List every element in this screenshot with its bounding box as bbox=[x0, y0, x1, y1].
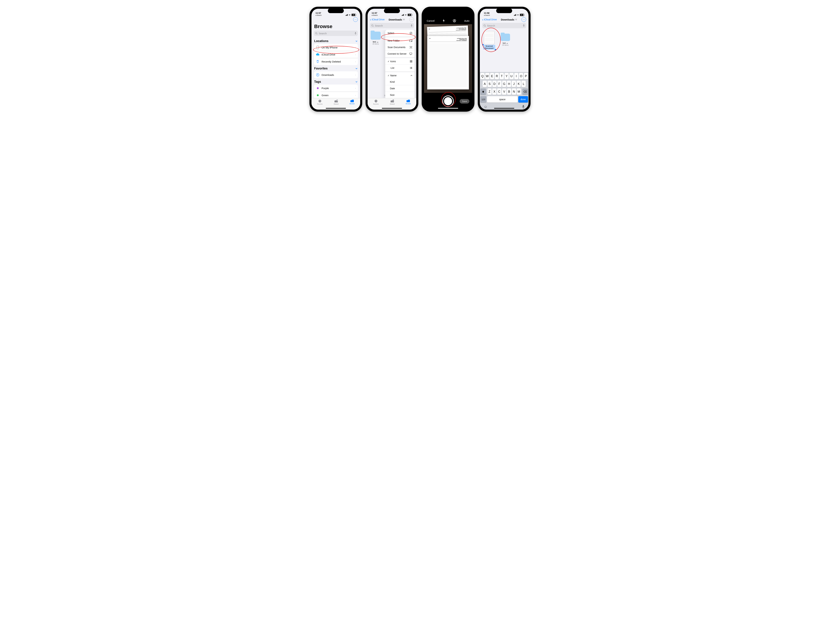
search-input[interactable]: Search bbox=[314, 30, 358, 36]
download-icon bbox=[316, 73, 320, 77]
home-indicator[interactable] bbox=[382, 108, 402, 109]
list-icon bbox=[410, 67, 412, 69]
key-d[interactable]: D bbox=[493, 81, 497, 87]
iphone-icon bbox=[316, 46, 320, 49]
locations-header[interactable]: Locations bbox=[314, 38, 358, 44]
key-h[interactable]: H bbox=[507, 81, 511, 87]
context-menu: Select New Folder Scan Documents Connect… bbox=[385, 30, 415, 98]
svg-point-20 bbox=[410, 68, 410, 68]
more-button[interactable]: ⋯ bbox=[521, 17, 526, 22]
key-n[interactable]: N bbox=[512, 88, 516, 95]
cancel-button[interactable]: Cancel bbox=[427, 19, 434, 22]
menu-icons[interactable]: ✓ Icons bbox=[385, 58, 415, 65]
key-c[interactable]: C bbox=[497, 88, 501, 95]
tab-shared[interactable]: Shared bbox=[334, 99, 339, 105]
menu-sort-size[interactable]: Size bbox=[385, 92, 415, 98]
back-button[interactable]: ‹iCloud Drive bbox=[370, 17, 385, 22]
key-e[interactable]: E bbox=[490, 73, 494, 79]
folder-item[interactable]: test ☁︎ 26 items bbox=[499, 31, 511, 46]
phone-scan-camera: Cancel Auto MT AUTOMATIC ROLLOVER TRADIT… bbox=[422, 7, 474, 111]
home-indicator[interactable] bbox=[494, 108, 514, 109]
folder-item[interactable]: test ☁︎ 26 items bbox=[371, 32, 381, 45]
menu-new-folder[interactable]: New Folder bbox=[385, 38, 415, 44]
key-t[interactable]: T bbox=[500, 73, 504, 79]
camera-view: MT AUTOMATIC ROLLOVER TRADITIONAL IRA CU… bbox=[424, 24, 472, 93]
home-indicator[interactable] bbox=[438, 108, 458, 109]
more-button[interactable]: ⋯ bbox=[353, 17, 358, 22]
folder-title[interactable]: Downloads bbox=[388, 18, 405, 21]
key-l[interactable]: L bbox=[521, 81, 526, 87]
location-on-my-iphone[interactable]: On My iPhone› bbox=[314, 44, 358, 51]
key-j[interactable]: J bbox=[512, 81, 516, 87]
done-key[interactable]: done bbox=[518, 96, 528, 103]
filter-icon[interactable] bbox=[453, 19, 456, 22]
save-button[interactable]: Save bbox=[460, 99, 469, 103]
tab-browse[interactable]: Browse bbox=[406, 99, 411, 105]
location-recently-deleted[interactable]: Recently Deleted› bbox=[314, 58, 358, 65]
shift-key[interactable] bbox=[480, 88, 486, 95]
key-s[interactable]: S bbox=[488, 81, 492, 87]
menu-sort-kind[interactable]: Kind bbox=[385, 79, 415, 85]
key-x[interactable]: X bbox=[492, 88, 496, 95]
key-q[interactable]: Q bbox=[480, 73, 485, 79]
shutter-button[interactable] bbox=[442, 95, 454, 107]
emoji-key[interactable]: ☺ bbox=[484, 105, 487, 109]
file-scanned-document[interactable]: Scanned Document bbox=[483, 31, 495, 49]
tag-purple[interactable]: Purple› bbox=[314, 84, 358, 92]
filename-input[interactable]: Scanned Document bbox=[483, 45, 495, 49]
trash-icon bbox=[316, 60, 320, 64]
menu-sort-name[interactable]: ✓ Name bbox=[385, 72, 415, 79]
more-button[interactable]: ⋯ bbox=[409, 17, 414, 22]
folder-title[interactable]: Downloads bbox=[501, 18, 517, 21]
menu-connect-server[interactable]: Connect to Server bbox=[385, 51, 415, 57]
search-input[interactable]: Search bbox=[482, 23, 526, 28]
favorite-downloads[interactable]: Downloads› bbox=[314, 71, 358, 78]
chevron-down-icon bbox=[355, 81, 358, 83]
key-o[interactable]: O bbox=[519, 73, 523, 79]
menu-list[interactable]: List bbox=[385, 65, 415, 71]
space-key[interactable]: space bbox=[487, 96, 518, 103]
home-indicator[interactable] bbox=[326, 108, 346, 109]
favorites-header[interactable]: Favorites bbox=[314, 65, 358, 71]
key-v[interactable]: V bbox=[502, 88, 506, 95]
key-u[interactable]: U bbox=[509, 73, 514, 79]
tab-browse[interactable]: Browse bbox=[350, 99, 355, 105]
flash-icon[interactable] bbox=[442, 19, 445, 22]
page-title: Browse bbox=[311, 23, 360, 30]
mic-icon[interactable] bbox=[355, 32, 357, 35]
auto-button[interactable]: Auto bbox=[464, 19, 469, 22]
location-icloud-drive[interactable]: iCloud Drive› bbox=[314, 51, 358, 58]
mic-icon[interactable] bbox=[523, 24, 525, 27]
key-b[interactable]: B bbox=[507, 88, 511, 95]
dictate-key[interactable] bbox=[522, 105, 525, 109]
search-input[interactable]: Search bbox=[370, 23, 414, 28]
tag-green[interactable]: Green› bbox=[314, 92, 358, 98]
mic-icon[interactable] bbox=[410, 24, 413, 27]
menu-sort-date[interactable]: Date bbox=[385, 85, 415, 92]
key-p[interactable]: P bbox=[524, 73, 528, 79]
menu-select[interactable]: Select bbox=[385, 30, 415, 36]
tags-header[interactable]: Tags bbox=[314, 78, 358, 84]
key-m[interactable]: M bbox=[517, 88, 521, 95]
backspace-key[interactable] bbox=[522, 88, 528, 95]
key-k[interactable]: K bbox=[517, 81, 521, 87]
key-i[interactable]: I bbox=[514, 73, 518, 79]
key-w[interactable]: W bbox=[485, 73, 490, 79]
svg-point-19 bbox=[410, 67, 410, 67]
numbers-key[interactable]: 123 bbox=[480, 96, 487, 103]
phone-browse: 11:57 ◂ Search 90 ⋯ Browse Search Locati bbox=[309, 7, 362, 111]
key-g[interactable]: G bbox=[502, 81, 506, 87]
cellular-icon bbox=[514, 14, 516, 16]
key-z[interactable]: Z bbox=[487, 88, 491, 95]
key-a[interactable]: A bbox=[483, 81, 487, 87]
key-f[interactable]: F bbox=[497, 81, 501, 87]
folder-icon bbox=[501, 33, 510, 41]
tab-recents[interactable]: Recents bbox=[317, 99, 323, 105]
back-button[interactable]: ‹iCloud Drive bbox=[482, 17, 497, 22]
menu-scan-documents[interactable]: Scan Documents bbox=[385, 44, 415, 51]
tab-shared[interactable]: Shared bbox=[390, 99, 395, 105]
key-r[interactable]: R bbox=[495, 73, 499, 79]
key-y[interactable]: Y bbox=[504, 73, 509, 79]
tag-dot-icon bbox=[317, 94, 319, 96]
tab-recents[interactable]: Recents bbox=[373, 99, 379, 105]
